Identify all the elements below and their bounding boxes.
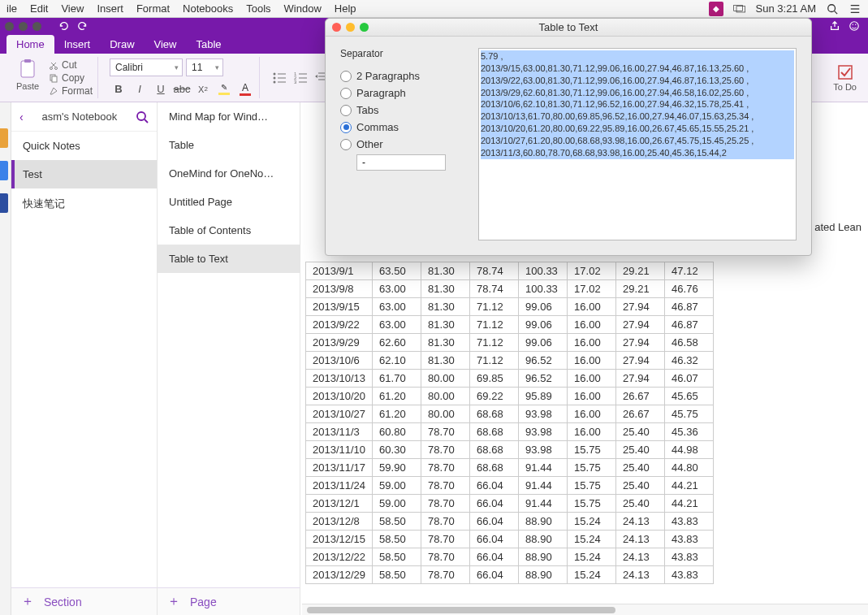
subscript-button[interactable]: X2 [194, 81, 212, 97]
search-icon[interactable] [136, 110, 149, 123]
table-cell[interactable]: 96.52 [519, 370, 568, 388]
table-cell[interactable]: 46.87 [665, 316, 714, 334]
menu-notebooks[interactable]: Notebooks [183, 2, 233, 15]
table-cell[interactable]: 78.70 [421, 513, 470, 531]
smile-icon[interactable] [849, 20, 860, 32]
table-cell[interactable]: 25.40 [616, 495, 665, 513]
table-cell[interactable]: 63.00 [373, 298, 421, 316]
data-table[interactable]: 2013/9/163.5081.3078.74100.3317.0229.214… [305, 262, 714, 584]
menu-window[interactable]: Window [284, 2, 322, 15]
bullets-icon[interactable] [271, 70, 289, 86]
table-cell[interactable]: 60.30 [373, 441, 421, 459]
table-cell[interactable]: 78.70 [421, 548, 470, 566]
table-cell[interactable]: 78.70 [421, 531, 470, 548]
table-cell[interactable]: 17.02 [568, 262, 616, 280]
table-cell[interactable]: 69.85 [470, 370, 519, 388]
horizontal-scrollbar[interactable] [302, 604, 868, 615]
other-separator-input[interactable] [356, 154, 446, 171]
table-row[interactable]: 2013/11/2459.0078.7066.0491.4415.7525.40… [306, 477, 714, 495]
page-item[interactable]: Table [158, 131, 300, 159]
table-cell[interactable]: 68.68 [470, 423, 519, 441]
table-cell[interactable]: 24.13 [616, 513, 665, 531]
table-row[interactable]: 2013/10/662.1081.3071.1296.5216.0027.944… [306, 352, 714, 370]
table-cell[interactable]: 15.75 [568, 459, 616, 477]
table-row[interactable]: 2013/12/159.0078.7066.0491.4415.7525.404… [306, 495, 714, 513]
table-cell[interactable]: 71.12 [470, 334, 519, 352]
table-cell[interactable]: 68.68 [470, 441, 519, 459]
table-cell[interactable]: 62.10 [373, 352, 421, 370]
table-cell[interactable]: 63.00 [373, 316, 421, 334]
section-item[interactable]: Quick Notes [11, 132, 157, 160]
table-cell[interactable]: 2013/10/6 [306, 352, 373, 370]
table-cell[interactable]: 78.70 [421, 423, 470, 441]
table-cell[interactable]: 16.00 [568, 423, 616, 441]
table-row[interactable]: 2013/11/1060.3078.7068.6893.9815.7525.40… [306, 441, 714, 459]
table-cell[interactable]: 27.94 [616, 298, 665, 316]
table-cell[interactable]: 25.40 [616, 441, 665, 459]
table-cell[interactable]: 2013/12/29 [306, 566, 373, 584]
add-section-footer[interactable]: ＋ Section [11, 587, 157, 615]
copy-button[interactable]: Copy [49, 71, 93, 84]
table-cell[interactable]: 15.75 [568, 477, 616, 495]
table-cell[interactable]: 27.94 [616, 370, 665, 388]
menu-edit[interactable]: Edit [30, 2, 48, 15]
table-cell[interactable]: 91.44 [519, 477, 568, 495]
table-cell[interactable]: 81.30 [421, 316, 470, 334]
cut-button[interactable]: Cut [49, 58, 93, 71]
table-cell[interactable]: 2013/11/3 [306, 423, 373, 441]
table-cell[interactable]: 27.94 [616, 334, 665, 352]
table-cell[interactable]: 2013/12/8 [306, 513, 373, 531]
table-row[interactable]: 2013/10/2061.2080.0069.2295.8916.0026.67… [306, 388, 714, 405]
table-cell[interactable]: 16.00 [568, 405, 616, 423]
table-cell[interactable]: 66.04 [470, 566, 519, 584]
table-cell[interactable]: 99.06 [519, 298, 568, 316]
table-cell[interactable]: 93.98 [519, 441, 568, 459]
separator-option[interactable]: Other [340, 136, 470, 153]
table-cell[interactable]: 2013/11/10 [306, 441, 373, 459]
table-cell[interactable]: 93.98 [519, 405, 568, 423]
section-color-3[interactable] [0, 193, 8, 213]
table-cell[interactable]: 16.00 [568, 370, 616, 388]
table-cell[interactable]: 63.00 [373, 280, 421, 298]
separator-option[interactable]: 2 Paragraphs [340, 67, 470, 84]
table-cell[interactable]: 16.00 [568, 352, 616, 370]
highlight-button[interactable]: ✎ [215, 81, 233, 97]
table-cell[interactable]: 58.50 [373, 513, 421, 531]
table-cell[interactable]: 95.89 [519, 388, 568, 405]
table-row[interactable]: 2013/10/2761.2080.0068.6893.9816.0026.67… [306, 405, 714, 423]
table-cell[interactable]: 15.24 [568, 548, 616, 566]
table-cell[interactable]: 17.02 [568, 280, 616, 298]
window-traffic-lights[interactable] [5, 22, 41, 31]
table-cell[interactable]: 46.76 [665, 280, 714, 298]
table-cell[interactable]: 88.90 [519, 566, 568, 584]
table-cell[interactable]: 44.98 [665, 441, 714, 459]
table-cell[interactable]: 15.75 [568, 495, 616, 513]
separator-option[interactable]: Tabs [340, 102, 470, 119]
page-item[interactable]: OneMind for OneNo… [158, 159, 300, 188]
table-cell[interactable]: 81.30 [421, 298, 470, 316]
table-cell[interactable]: 80.00 [421, 370, 470, 388]
table-cell[interactable]: 81.30 [421, 280, 470, 298]
menu-format[interactable]: Format [136, 2, 170, 15]
table-cell[interactable]: 16.00 [568, 388, 616, 405]
table-cell[interactable]: 45.36 [665, 423, 714, 441]
tab-draw[interactable]: Draw [100, 35, 144, 54]
table-cell[interactable]: 24.13 [616, 531, 665, 548]
table-cell[interactable]: 15.75 [568, 441, 616, 459]
table-cell[interactable]: 15.24 [568, 513, 616, 531]
table-cell[interactable]: 2013/9/8 [306, 280, 373, 298]
table-cell[interactable]: 78.70 [421, 441, 470, 459]
table-cell[interactable]: 16.00 [568, 316, 616, 334]
table-cell[interactable]: 16.00 [568, 334, 616, 352]
table-cell[interactable]: 66.04 [470, 548, 519, 566]
font-name-select[interactable]: Calibri▾ [110, 58, 183, 76]
table-cell[interactable]: 78.70 [421, 477, 470, 495]
table-cell[interactable]: 2013/11/24 [306, 477, 373, 495]
minimize-icon[interactable] [346, 23, 355, 32]
close-icon[interactable] [332, 23, 341, 32]
table-cell[interactable]: 60.80 [373, 423, 421, 441]
todo-group[interactable]: To Do [833, 64, 862, 92]
table-row[interactable]: 2013/10/1361.7080.0069.8596.5216.0027.94… [306, 370, 714, 388]
table-row[interactable]: 2013/9/1563.0081.3071.1299.0616.0027.944… [306, 298, 714, 316]
notebook-title[interactable]: asm's Notebook [24, 110, 136, 123]
